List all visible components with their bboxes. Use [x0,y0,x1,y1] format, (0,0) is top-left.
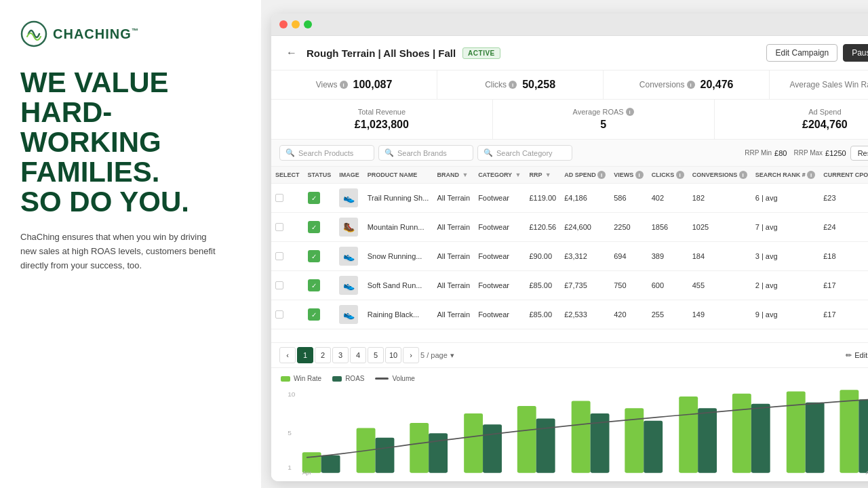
col-conversions: CONVERSIONS i [688,167,751,184]
svg-rect-9 [410,423,429,473]
product-adspend: £4,186 [560,184,610,213]
edit-all-roas-button[interactable]: ✏ Edit all product ROAS [846,351,868,360]
product-clicks: 1856 [648,213,688,242]
avg-roas-cell: Average ROAS i 5 [493,100,715,139]
status-check-icon: ✓ [308,279,320,291]
svg-rect-10 [464,413,483,473]
product-rrp: £85.00 [525,300,560,329]
roas-info-icon[interactable]: i [626,108,634,116]
table-row: ✓ 👟 Snow Running... All Terrain Footwear… [271,242,868,271]
svg-rect-24 [644,421,663,473]
products-table: SELECT STATUS IMAGE PRODUCT NAME BRAND ▼… [271,167,868,329]
ad-spend-cell: Ad Spend £204,760 [715,100,869,139]
page-4-button[interactable]: 4 [350,347,366,363]
svg-rect-19 [376,438,395,473]
app-panel: ← Rough Terrain | All Shoes | Fall ACTIV… [261,0,868,488]
page-3-button[interactable]: 3 [332,347,349,363]
app-content: ← Rough Terrain | All Shoes | Fall ACTIV… [271,36,868,481]
legend-volume-color [375,378,389,380]
col-views: VIEWS i [610,167,648,184]
conversions-value: 20,476 [701,79,734,91]
reset-button[interactable]: Reset [850,146,868,161]
ad-spend-value: £204,760 [802,119,848,131]
product-name: Raining Black... [363,300,433,329]
col-product: PRODUCT NAME [363,167,433,184]
product-brand: All Terrain [433,300,474,329]
next-page-button[interactable]: › [403,347,419,363]
product-rrp: £90.00 [525,242,560,271]
col-adspend: AD SPEND i [560,167,610,184]
clicks-info-icon[interactable]: i [509,81,517,89]
product-brand: All Terrain [433,271,474,300]
table-row: ✓ 🥾 Mountain Runn... All Terrain Footwea… [271,213,868,242]
browser-chrome-bar [271,14,868,36]
rrp-max-label: RRP Max [793,149,823,157]
product-views: 2250 [610,213,648,242]
product-name: Trail Running Sh... [363,184,433,213]
status-badge: ACTIVE [462,47,500,59]
product-conversions: 184 [688,242,751,271]
status-check-icon: ✓ [308,308,320,321]
product-views: 586 [610,184,648,213]
clicks-label: Clicks i [485,80,517,89]
row-checkbox[interactable] [275,310,283,319]
svg-rect-27 [806,403,825,473]
svg-rect-25 [698,408,717,472]
col-category: CATEGORY ▼ [474,167,525,184]
legend-roas-color [332,376,342,382]
page-10-button[interactable]: 10 [385,347,401,363]
svg-text:Apr: Apr [865,470,868,475]
product-adspend: £7,735 [560,271,610,300]
product-name: Mountain Runn... [363,213,433,242]
svg-rect-20 [429,433,448,473]
conversions-stat: Conversions i 20,476 [604,70,770,99]
product-rrp: £85.00 [525,271,560,300]
views-info-icon[interactable]: i [340,81,348,89]
conversions-info-icon[interactable]: i [687,81,695,89]
prev-page-button[interactable]: ‹ [279,347,296,363]
search-category-box[interactable]: 🔍 Search Category [477,145,572,161]
svg-rect-21 [483,424,502,473]
edit-campaign-button[interactable]: Edit Campaign [766,44,837,62]
total-revenue-label: Total Revenue [358,108,406,116]
chart-legend: Win Rate ROAS Volume [281,375,868,382]
search-category-icon: 🔍 [484,148,493,157]
per-page-selector[interactable]: 5 / page ▾ [420,351,454,360]
back-button[interactable]: ← [283,45,300,61]
product-conversions: 182 [688,184,751,213]
row-checkbox[interactable] [275,194,283,202]
page-buttons: ‹ 1 2 3 4 5 10 › 5 / page ▾ [279,347,454,363]
search-products-box[interactable]: 🔍 Search Products [279,145,374,161]
svg-rect-13 [625,408,644,472]
col-select: SELECT [271,167,304,184]
row-checkbox[interactable] [275,281,283,289]
svg-text:Apr: Apr [302,470,312,475]
pause-campaign-button[interactable]: Pause Campaign [843,44,868,62]
page-2-button[interactable]: 2 [315,347,331,363]
svg-rect-26 [751,404,770,473]
product-category: Footwear [474,184,525,213]
browser-dot-close[interactable] [279,20,288,28]
svg-rect-15 [732,394,751,473]
product-image: 👟 [339,247,358,266]
win-rate-stat: Average Sales Win Rate i 20% [770,70,868,99]
row-checkbox[interactable] [275,223,283,231]
browser-dot-maximize[interactable] [304,20,312,28]
table-row: ✓ 👟 Trail Running Sh... All Terrain Foot… [271,184,868,213]
product-cpo: £23 [819,184,868,213]
page-1-button[interactable]: 1 [297,347,313,363]
win-rate-label: Average Sales Win Rate i [789,80,868,89]
product-brand: All Terrain [433,242,474,271]
status-check-icon: ✓ [308,192,320,204]
browser-dot-minimize[interactable] [292,20,300,28]
page-5-button[interactable]: 5 [368,347,384,363]
row-checkbox[interactable] [275,252,283,260]
product-searchrank: 7 | avg [751,213,820,242]
rrp-min-value: £80 [774,149,787,157]
svg-rect-17 [840,390,859,472]
product-category: Footwear [474,242,525,271]
product-rrp: £119.00 [525,184,560,213]
col-brand: BRAND ▼ [433,167,474,184]
search-brands-box[interactable]: 🔍 Search Brands [378,145,473,161]
campaign-title: Rough Terrain | All Shoes | Fall [307,47,456,59]
